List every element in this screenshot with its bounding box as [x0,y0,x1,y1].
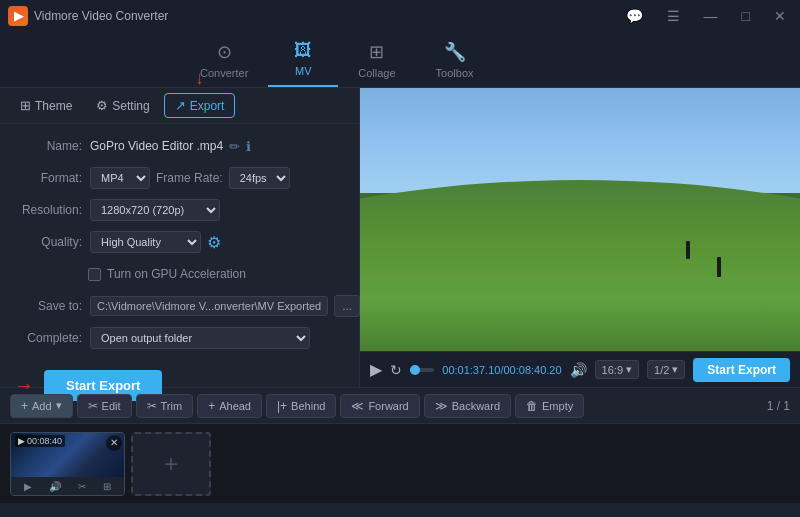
gpu-value-group: Turn on GPU Acceleration [88,267,345,281]
add-clip-icon: + [164,450,178,478]
ahead-label: Ahead [219,400,251,412]
gpu-label: Turn on GPU Acceleration [107,267,246,281]
toolbox-icon: 🔧 [444,41,466,63]
minimize-button[interactable]: — [698,6,724,26]
info-icon[interactable]: ℹ [246,139,251,154]
name-value-group: GoPro Video Editor .mp4 ✏ ℹ [90,139,345,154]
clip-trim-ctrl[interactable]: ✂ [78,481,86,492]
add-chevron: ▾ [56,399,62,412]
complete-value-group: Open output folderDo nothingShut down [90,327,345,349]
path-dots-button[interactable]: ... [334,295,360,317]
tab-mv[interactable]: 🖼 MV [268,32,338,87]
quality-gear-icon[interactable]: ⚙ [207,233,221,252]
settings-form: Name: GoPro Video Editor .mp4 ✏ ℹ Format… [0,124,359,360]
app-title: Vidmore Video Converter [34,9,168,23]
page-info: 1 / 1 [767,399,790,413]
quality-label: Quality: [14,235,82,249]
resolution-label: Resolution: [14,203,82,217]
trash-icon: 🗑 [526,399,538,413]
scale-value: 1/2 [654,364,669,376]
behind-icon: |+ [277,399,287,413]
quality-select[interactable]: High QualityMedium QualityLow Quality [90,231,201,253]
clip-duration: ▶ 00:08:40 [15,435,65,447]
format-select[interactable]: MP4MKVAVIMOV [90,167,150,189]
trim-button[interactable]: ✂ Trim [136,394,194,418]
resolution-select[interactable]: 1280x720 (720p)1920x1080 (1080p)3840x216… [90,199,220,221]
titlebar: ▶ Vidmore Video Converter 💬 ☰ — □ ✕ [0,0,800,32]
gpu-checkbox[interactable] [88,268,101,281]
backward-button[interactable]: ≫ Backward [424,394,511,418]
name-row: Name: GoPro Video Editor .mp4 ✏ ℹ [14,134,345,158]
export-button-subnav[interactable]: ↗ Export ↓ [164,93,236,118]
timeline-clip: ▶ 00:08:40 ✕ ▶ 🔊 ✂ ⊞ [10,432,125,496]
clip-close-button[interactable]: ✕ [106,435,122,451]
theme-button[interactable]: ⊞ Theme [10,94,82,117]
save-to-value-group: C:\Vidmore\Vidmore V...onverter\MV Expor… [90,295,397,317]
ahead-button[interactable]: + Ahead [197,394,262,418]
clip-play-ctrl[interactable]: ▶ [24,481,32,492]
trim-icon: ✂ [147,399,157,413]
clip-audio-ctrl[interactable]: 🔊 [49,481,61,492]
forward-button[interactable]: ≪ Forward [340,394,419,418]
chat-icon[interactable]: 💬 [620,6,649,26]
tab-converter[interactable]: ⊙ Converter [180,32,268,87]
timeline: ▶ 00:08:40 ✕ ▶ 🔊 ✂ ⊞ + [0,423,800,503]
video-controls: ▶ ↻ 00:01:37.10/00:08:40.20 🔊 16:9 ▾ 1/2… [360,351,800,387]
left-panel: ⊞ Theme ⚙ Setting ↗ Export ↓ Name: GoPro… [0,88,360,387]
add-clip-button[interactable]: + [131,432,211,496]
progress-bar[interactable] [410,368,434,372]
titlebar-left: ▶ Vidmore Video Converter [8,6,168,26]
forward-label: Forward [368,400,408,412]
empty-label: Empty [542,400,573,412]
export-icon: ↗ [175,98,186,113]
tab-collage-label: Collage [358,67,395,79]
empty-button[interactable]: 🗑 Empty [515,394,584,418]
close-button[interactable]: ✕ [768,6,792,26]
main-content: ⊞ Theme ⚙ Setting ↗ Export ↓ Name: GoPro… [0,88,800,387]
quality-value-group: High QualityMedium QualityLow Quality ⚙ [90,231,345,253]
setting-button[interactable]: ⚙ Setting [86,94,159,117]
ratio-button[interactable]: 16:9 ▾ [595,360,639,379]
play-button[interactable]: ▶ [370,360,382,379]
edit-button[interactable]: ✂ Edit [77,394,132,418]
tab-collage[interactable]: ⊞ Collage [338,32,415,87]
tab-mv-label: MV [295,65,312,77]
progress-thumb [410,365,420,375]
behind-button[interactable]: |+ Behind [266,394,336,418]
converter-icon: ⊙ [217,41,232,63]
setting-label: Setting [112,99,149,113]
start-export-button-right[interactable]: Start Export [693,358,790,382]
volume-icon[interactable]: 🔊 [570,362,587,378]
clip-extend-ctrl[interactable]: ⊞ [103,481,111,492]
ahead-icon: + [208,399,215,413]
collage-icon: ⊞ [369,41,384,63]
save-to-row: Save to: C:\Vidmore\Vidmore V...onverter… [14,294,345,318]
tab-toolbox[interactable]: 🔧 Toolbox [416,32,494,87]
nav-tabs: ⊙ Converter 🖼 MV ⊞ Collage 🔧 Toolbox [0,32,800,88]
scale-button[interactable]: 1/2 ▾ [647,360,685,379]
name-label: Name: [14,139,82,153]
loop-button[interactable]: ↻ [390,362,402,378]
gpu-row: Turn on GPU Acceleration [14,262,345,286]
complete-row: Complete: Open output folderDo nothingSh… [14,326,345,350]
resolution-row: Resolution: 1280x720 (720p)1920x1080 (10… [14,198,345,222]
name-value: GoPro Video Editor .mp4 [90,139,223,153]
edit-tool-icon: ✂ [88,399,98,413]
clip-controls: ▶ 🔊 ✂ ⊞ [11,477,124,496]
setting-icon: ⚙ [96,98,108,113]
save-path: C:\Vidmore\Vidmore V...onverter\MV Expor… [90,296,328,316]
frame-rate-select[interactable]: 24fps25fps30fps60fps [229,167,290,189]
complete-label: Complete: [14,331,82,345]
format-label: Format: [14,171,82,185]
format-value-group: MP4MKVAVIMOV Frame Rate: 24fps25fps30fps… [90,167,345,189]
mv-icon: 🖼 [294,40,312,61]
behind-label: Behind [291,400,325,412]
add-button[interactable]: + Add ▾ [10,394,73,418]
maximize-button[interactable]: □ [736,6,756,26]
complete-select[interactable]: Open output folderDo nothingShut down [90,327,310,349]
export-label: Export [190,99,225,113]
edit-icon[interactable]: ✏ [229,139,240,154]
add-icon: + [21,399,28,413]
trim-label: Trim [161,400,183,412]
menu-icon[interactable]: ☰ [661,6,686,26]
